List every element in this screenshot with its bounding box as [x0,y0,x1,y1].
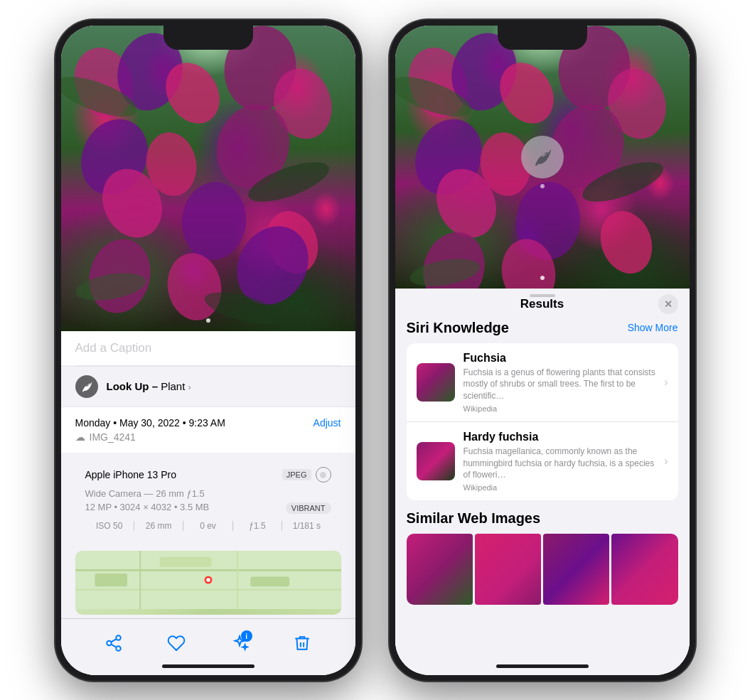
lens-icon: ◎ [316,467,331,483]
map-preview[interactable] [75,551,341,615]
filename: IMG_4241 [90,431,136,443]
cloud-icon: ☁ [75,431,85,443]
exif-data: ISO 50 26 mm 0 ev ƒ1.5 1/181 s [85,521,331,531]
results-panel: Results ✕ Siri Knowledge Show More [395,289,690,675]
results-title: Results [520,297,564,311]
svg-rect-5 [95,573,127,586]
siri-knowledge-header: Siri Knowledge Show More [407,320,678,336]
fuchsia-text: Fuchsia Fuchsia is a genus of flowering … [464,352,659,413]
exif-shutter: 1/181 s [282,521,331,531]
hardy-name: Hardy fuchsia [464,431,659,443]
similar-image-3[interactable] [543,534,609,605]
wide-camera: Wide Camera — 26 mm ƒ1.5 [85,488,331,499]
fuchsia-desc: Fuchsia is a genus of flowering plants t… [464,367,659,402]
fuchsia-name: Fuchsia [464,352,659,365]
svg-rect-7 [250,576,289,586]
exif-ev: 0 ev [183,521,232,531]
page-dot [206,318,210,323]
close-button[interactable]: ✕ [658,294,678,314]
left-phone: Add a Caption Look Up – Plant› [55,20,361,681]
home-indicator [162,664,255,668]
hardy-desc: Fuchsia magellanica, commonly known as t… [464,446,659,481]
photo-display-right[interactable] [395,26,690,289]
page-dot-right [540,276,545,280]
home-indicator-right [496,664,589,668]
adjust-button[interactable]: Adjust [314,417,341,429]
show-more-button[interactable]: Show More [628,322,678,333]
look-up-label: Look Up – Plant› [107,380,191,392]
hardy-text: Hardy fuchsia Fuchsia magellanica, commo… [464,431,659,492]
exif-focal: 26 mm [134,521,183,531]
heart-icon [167,634,186,652]
look-up-icon [75,375,98,398]
similar-images-grid [407,534,678,605]
leaf-icon [80,380,93,393]
info-button[interactable]: i [225,629,254,657]
right-phone: Results ✕ Siri Knowledge Show More [390,20,695,681]
similar-image-4[interactable] [611,534,677,605]
similar-section: Similar Web Images [407,510,678,605]
knowledge-item-hardy[interactable]: Hardy fuchsia Fuchsia magellanica, commo… [407,422,678,500]
knowledge-card: Fuchsia Fuchsia is a genus of flowering … [407,343,678,501]
vibrant-badge: VIBRANT [286,502,331,514]
hardy-thumbnail [417,442,455,480]
chevron-right-icon-2: › [664,455,668,468]
share-icon [105,634,123,652]
exif-iso: ISO 50 [85,521,134,531]
photo-display[interactable] [61,26,355,331]
filename-row: ☁ IMG_4241 [75,431,341,443]
resolution: 12 MP • 3024 × 4032 • 3.5 MB [85,502,210,512]
photo-date: Monday • May 30, 2022 • 9:23 AM [75,417,225,429]
knowledge-item-fuchsia[interactable]: Fuchsia Fuchsia is a genus of flowering … [407,343,678,422]
svg-point-9 [206,578,210,581]
vs-dot [540,184,545,188]
caption-area[interactable]: Add a Caption [61,331,355,365]
siri-knowledge-title: Siri Knowledge [407,320,509,336]
delete-button[interactable] [288,629,316,657]
results-header: Results ✕ [395,289,690,320]
chevron-right-icon-1: › [664,376,668,389]
notch-right [498,26,587,50]
exif-aperture: ƒ1.5 [233,521,282,531]
favorite-button[interactable] [162,629,191,657]
caption-placeholder[interactable]: Add a Caption [75,341,152,355]
camera-model: Apple iPhone 13 Pro [85,469,176,480]
trash-icon [293,634,311,652]
similar-images-title: Similar Web Images [407,510,678,527]
svg-rect-6 [159,557,211,567]
results-content: Siri Knowledge Show More Fuchsia Fuchsia… [395,320,690,675]
share-button[interactable] [100,629,128,657]
similar-image-1[interactable] [407,534,473,605]
fuchsia-source: Wikipedia [464,404,659,413]
look-up-row[interactable]: Look Up – Plant› [61,366,355,406]
camera-info: Apple iPhone 13 Pro JPEG ◎ Wide Camera —… [75,458,341,539]
visual-search-icon [532,146,553,168]
map-roads-svg [75,551,341,609]
notch [164,26,253,50]
photo-metadata: Monday • May 30, 2022 • 9:23 AM Adjust ☁… [61,407,355,453]
info-badge: i [241,630,252,642]
fuchsia-thumbnail [417,363,455,402]
hardy-source: Wikipedia [464,483,659,492]
visual-search-button[interactable] [521,136,564,178]
drag-handle [530,294,555,297]
jpeg-badge: JPEG [282,469,311,480]
similar-image-2[interactable] [475,534,541,605]
